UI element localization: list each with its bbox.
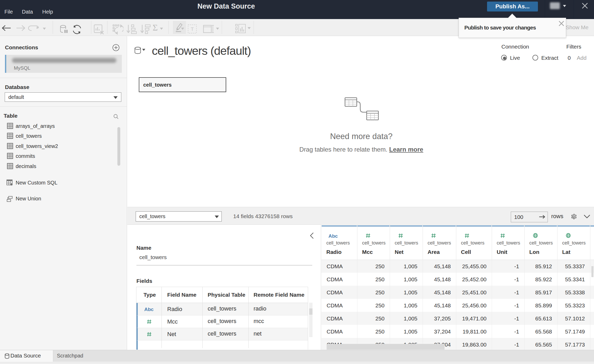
- svg-text:T: T: [191, 26, 194, 32]
